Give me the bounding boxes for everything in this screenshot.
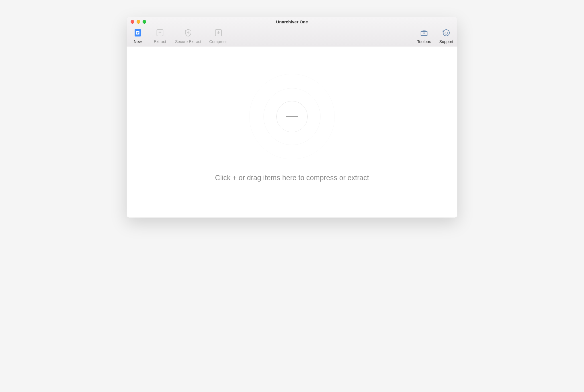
new-button[interactable]: New — [131, 28, 145, 44]
extract-button[interactable]: Extract — [153, 28, 167, 44]
svg-point-11 — [445, 32, 446, 33]
toolbox-label: Toolbox — [417, 39, 431, 44]
support-button[interactable]: Support — [439, 28, 453, 44]
toolbox-button[interactable]: Toolbox — [417, 28, 431, 44]
plus-icon — [286, 111, 298, 122]
titlebar-top: Unarchiver One — [127, 17, 457, 26]
extract-icon — [155, 28, 165, 38]
extract-label: Extract — [154, 39, 166, 44]
compress-button[interactable]: Compress — [209, 28, 228, 44]
svg-rect-8 — [423, 30, 425, 31]
svg-rect-9 — [423, 33, 425, 34]
svg-point-12 — [447, 32, 448, 33]
titlebar: Unarchiver One New — [127, 17, 457, 46]
dropzone-instruction: Click + or drag items here to compress o… — [215, 174, 369, 182]
support-icon — [441, 28, 451, 38]
secure-extract-button[interactable]: Secure Extract — [175, 28, 201, 44]
window-title: Unarchiver One — [127, 19, 457, 24]
compress-label: Compress — [209, 39, 228, 44]
svg-rect-3 — [137, 33, 139, 33]
secure-extract-label: Secure Extract — [175, 39, 201, 44]
new-label: New — [134, 39, 142, 44]
new-file-icon — [133, 28, 143, 38]
svg-point-10 — [443, 30, 449, 36]
traffic-lights — [127, 20, 146, 24]
shield-icon — [183, 28, 193, 38]
support-label: Support — [439, 39, 453, 44]
close-button[interactable] — [131, 20, 134, 24]
toolbox-icon — [419, 28, 429, 38]
zoom-button[interactable] — [143, 20, 146, 24]
dropzone[interactable] — [246, 71, 338, 162]
app-window: Unarchiver One New — [127, 17, 457, 218]
toolbar: New Extract — [127, 26, 457, 46]
toolbar-right-group: Toolbox Support — [417, 28, 453, 44]
minimize-button[interactable] — [137, 20, 140, 24]
content-area: Click + or drag items here to compress o… — [127, 46, 457, 218]
compress-icon — [214, 28, 223, 38]
toolbar-left-group: New Extract — [131, 28, 228, 44]
